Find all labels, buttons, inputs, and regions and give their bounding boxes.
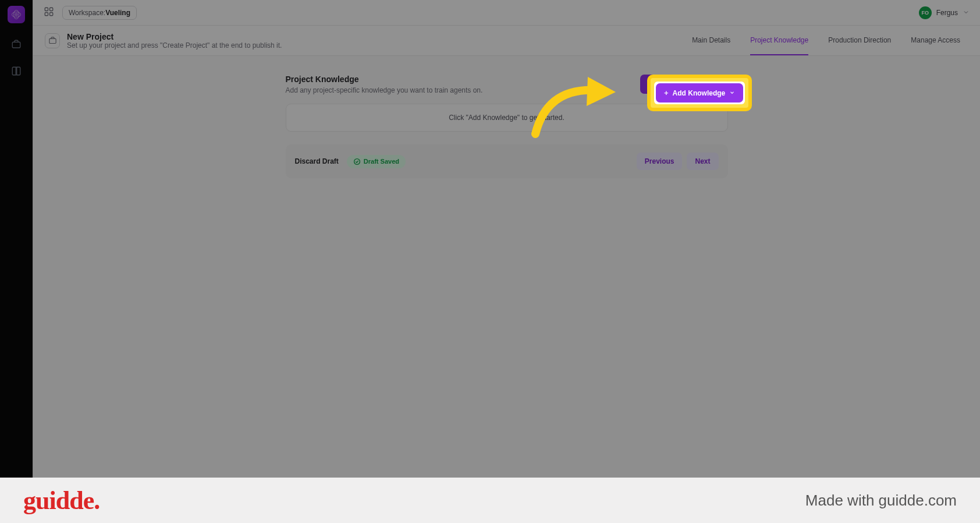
add-knowledge-button[interactable]: + Add Knowledge — [640, 75, 727, 94]
user-menu[interactable]: FO Fergus — [919, 6, 970, 19]
previous-button[interactable]: Previous — [637, 153, 683, 170]
section-title: Project Knowledge — [286, 75, 483, 84]
svg-rect-0 — [12, 42, 20, 48]
book-icon[interactable] — [10, 65, 22, 77]
svg-rect-5 — [49, 38, 55, 43]
tab-project-knowledge[interactable]: Project Knowledge — [750, 26, 808, 55]
main-area: Workspace: Vueling FO Fergus — [33, 0, 980, 523]
guidde-logo: guidde. — [23, 486, 100, 515]
section-description: Add any project-specific knowledge you w… — [286, 86, 483, 94]
empty-state-text: Click "Add Knowledge" to get started. — [449, 114, 564, 122]
draft-saved-text: Draft Saved — [364, 158, 399, 165]
app-logo[interactable] — [8, 6, 25, 23]
workspace-selector[interactable]: Workspace: Vueling — [62, 6, 137, 20]
add-knowledge-label: Add Knowledge — [657, 80, 710, 89]
next-button[interactable]: Next — [687, 153, 718, 170]
svg-rect-1 — [45, 8, 48, 10]
content-area: Project Knowledge Add any project-specif… — [33, 56, 980, 523]
briefcase-icon — [45, 33, 60, 48]
svg-rect-3 — [45, 12, 48, 15]
app-root: Workspace: Vueling FO Fergus — [0, 0, 980, 523]
tabs-nav: Main Details Project Knowledge Productio… — [692, 26, 968, 55]
briefcase-icon[interactable] — [10, 38, 22, 50]
page-title: New Project — [67, 32, 282, 41]
page-subtitle: Set up your project and press "Create Pr… — [67, 41, 282, 50]
plus-icon: + — [648, 80, 653, 89]
chevron-down-icon — [963, 8, 970, 18]
workspace-name: Vueling — [105, 9, 130, 17]
user-name: Fergus — [936, 9, 958, 17]
svg-rect-4 — [50, 12, 53, 15]
chevron-down-icon — [714, 81, 720, 88]
draft-saved-badge: Draft Saved — [347, 155, 406, 168]
tab-main-details[interactable]: Main Details — [692, 26, 730, 55]
guidde-attribution: Made with guidde.com — [805, 492, 957, 510]
svg-rect-2 — [50, 8, 53, 10]
discard-draft-button[interactable]: Discard Draft — [295, 157, 339, 165]
workspace-label: Workspace: — [69, 9, 105, 17]
top-bar: Workspace: Vueling FO Fergus — [33, 0, 980, 26]
empty-state: Click "Add Knowledge" to get started. — [286, 104, 728, 132]
tab-manage-access[interactable]: Manage Access — [911, 26, 960, 55]
check-circle-icon — [353, 158, 361, 165]
tab-production-direction[interactable]: Production Direction — [828, 26, 891, 55]
page-header: New Project Set up your project and pres… — [33, 26, 980, 56]
left-rail — [0, 0, 33, 523]
footer-bar: Discard Draft Draft Saved Previous Next — [286, 144, 728, 178]
guidde-bar: guidde. Made with guidde.com — [0, 478, 980, 523]
apps-grid-icon[interactable] — [44, 6, 54, 19]
avatar: FO — [919, 6, 932, 19]
